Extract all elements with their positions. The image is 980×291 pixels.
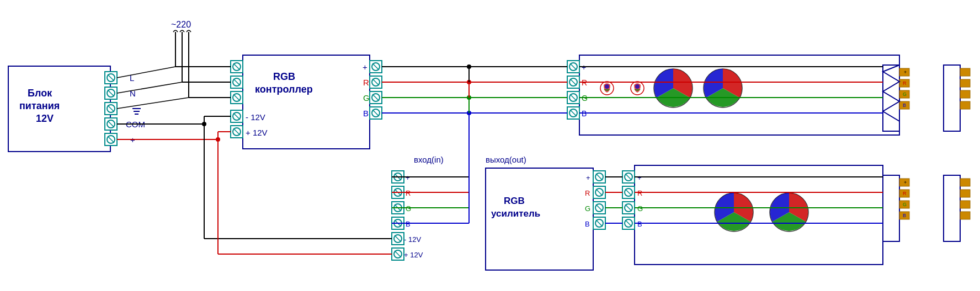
svg-text:Блок: Блок <box>28 88 52 99</box>
svg-text:+ 12V: + 12V <box>404 251 423 259</box>
svg-text:G: G <box>903 91 907 97</box>
svg-text:RGB: RGB <box>273 71 295 82</box>
svg-text:+: + <box>904 180 907 185</box>
svg-text:+: + <box>406 174 410 182</box>
svg-text:R: R <box>585 189 590 197</box>
svg-text:G: G <box>585 204 590 213</box>
svg-text:R: R <box>637 189 642 197</box>
svg-rect-132 <box>486 168 593 270</box>
svg-text:- 12V: - 12V <box>404 235 421 244</box>
svg-text:12V: 12V <box>36 113 54 124</box>
svg-rect-207 <box>960 212 970 219</box>
svg-text:питания: питания <box>19 100 60 111</box>
svg-text:выход(out): выход(out) <box>486 155 526 164</box>
svg-text:R: R <box>406 189 411 197</box>
svg-rect-117 <box>960 90 970 98</box>
svg-text:вход(in): вход(in) <box>414 155 444 164</box>
svg-text:B: B <box>903 103 906 108</box>
svg-text:+: + <box>904 69 907 75</box>
svg-text:R: R <box>903 191 907 196</box>
svg-rect-118 <box>960 101 970 109</box>
svg-text:усилитель: усилитель <box>491 208 540 219</box>
svg-rect-205 <box>960 190 970 197</box>
svg-text:B: B <box>637 220 642 228</box>
svg-text:B: B <box>363 109 369 118</box>
svg-text:+: + <box>363 62 368 72</box>
svg-text:+ 12V: + 12V <box>246 128 268 137</box>
svg-text:G: G <box>363 93 370 103</box>
svg-rect-206 <box>960 201 970 208</box>
svg-text:+: + <box>586 174 590 182</box>
svg-rect-114 <box>944 65 960 131</box>
svg-text:B: B <box>585 220 590 228</box>
svg-text:R: R <box>903 80 907 86</box>
svg-point-104 <box>635 84 640 89</box>
svg-rect-105 <box>883 65 899 131</box>
svg-text:B: B <box>903 213 906 218</box>
svg-text:~220: ~220 <box>171 20 191 29</box>
wiring-diagram: Блок питания 12V L N COM + ~220 RGB конт… <box>0 0 980 291</box>
svg-text:B: B <box>406 220 411 228</box>
svg-rect-204 <box>960 179 970 186</box>
svg-text:- 12V: - 12V <box>246 112 265 122</box>
svg-text:G: G <box>637 204 643 213</box>
svg-text:+: + <box>637 174 642 182</box>
svg-rect-115 <box>960 68 970 76</box>
svg-text:G: G <box>903 202 907 207</box>
svg-rect-175 <box>635 165 883 265</box>
svg-text:G: G <box>406 204 411 213</box>
svg-text:контроллер: контроллер <box>255 84 313 95</box>
svg-rect-203 <box>944 175 960 241</box>
svg-rect-194 <box>883 175 899 241</box>
svg-point-102 <box>605 84 609 89</box>
svg-text:RGB: RGB <box>504 196 525 206</box>
svg-text:R: R <box>363 78 369 87</box>
svg-rect-116 <box>960 79 970 87</box>
